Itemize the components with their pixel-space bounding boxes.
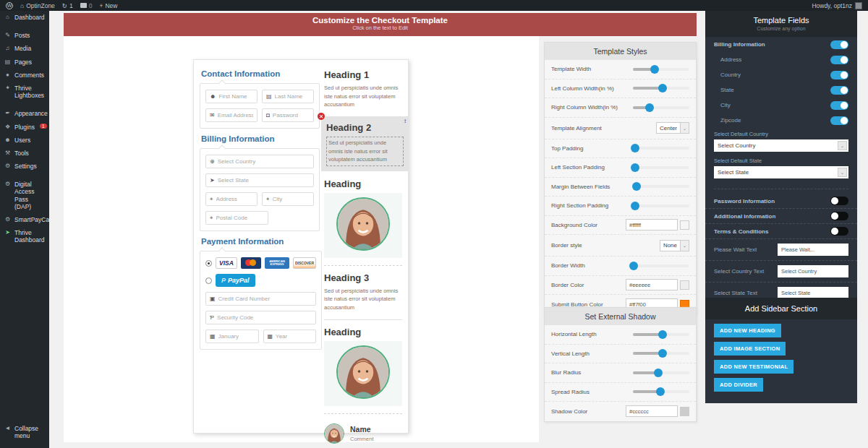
right-column-width-slider[interactable] <box>633 106 689 109</box>
add-new-heading-button[interactable]: ADD NEW HEADING <box>714 324 781 337</box>
sidebar-heading-2-block-selected[interactable]: ✕ ↕ Heading 2 Sed ut perspiciatis unde o… <box>321 116 409 171</box>
testimonial-comment[interactable]: Comment <box>350 436 374 442</box>
background-color-swatch[interactable] <box>680 220 689 230</box>
comments-menu[interactable]: 0 <box>80 2 93 9</box>
shadow-color-input[interactable] <box>626 405 678 417</box>
sidebar-image-block-1[interactable]: Heading <box>324 178 402 258</box>
email-field[interactable]: ✉ <box>205 108 258 122</box>
postal-code-input[interactable] <box>216 215 264 221</box>
image-heading-1[interactable]: Heading <box>324 178 402 189</box>
vertical-length-slider[interactable] <box>633 352 689 355</box>
spread-radius-slider[interactable] <box>633 390 689 393</box>
payment-information-heading[interactable]: Payment Information <box>201 237 320 246</box>
sidebar-item-plugins[interactable]: ❖Plugins1 <box>0 121 49 134</box>
heading-3-text[interactable]: Sed ut perspiciatis unde omnis iste natu… <box>324 287 402 312</box>
address-field[interactable]: ⌖ <box>205 192 258 206</box>
left-section-padding-slider[interactable] <box>633 166 689 169</box>
credit-card-number-field[interactable]: ▣ <box>205 292 316 306</box>
select-country-field[interactable]: ⊕ <box>205 155 314 168</box>
sidebar-item-tools[interactable]: ⚒Tools <box>0 147 49 160</box>
margin-between-fields-slider[interactable] <box>633 185 689 188</box>
expiry-year-input[interactable] <box>276 333 312 340</box>
please-wait-text-input[interactable] <box>778 244 848 256</box>
updates-menu[interactable]: ↻1 <box>62 2 73 9</box>
sidebar-item-settings[interactable]: ⚙Settings <box>0 160 49 173</box>
sidebar-item-posts[interactable]: ✎Posts <box>0 29 49 42</box>
drag-handle-icon[interactable]: ↕ <box>404 118 407 124</box>
expiry-month-field[interactable]: ▦ <box>205 329 259 343</box>
default-state-select[interactable]: Select State⌄ <box>714 166 848 178</box>
left-column-width-slider[interactable] <box>633 87 689 90</box>
page-title-banner[interactable]: Customize the Checkout Template Click on… <box>64 13 697 36</box>
password-input[interactable] <box>273 112 310 119</box>
country-toggle[interactable] <box>830 71 848 79</box>
horizontal-length-slider[interactable] <box>633 333 689 336</box>
blur-radius-slider[interactable] <box>633 371 689 374</box>
image-heading-2[interactable]: Heading <box>324 327 402 337</box>
template-alignment-select[interactable]: Center⌄ <box>656 122 689 134</box>
expiry-year-field[interactable]: ▦ <box>263 329 317 343</box>
user-avatar[interactable] <box>855 2 862 9</box>
sidebar-heading-1-block[interactable]: Heading 1 Sed ut perspiciatis unde omnis… <box>324 69 402 109</box>
background-color-input[interactable] <box>626 219 678 231</box>
heading-1[interactable]: Heading 1 <box>324 69 402 80</box>
password-field[interactable]: ◘ <box>262 108 314 122</box>
sidebar-item-appearance[interactable]: ✒Appearance <box>0 107 49 120</box>
first-name-field[interactable]: ☻ <box>205 90 258 103</box>
sidebar-item-users[interactable]: ☻Users <box>0 134 49 147</box>
credit-card-radio[interactable] <box>205 260 212 267</box>
sidebar-item-dashboard[interactable]: ⌂Dashboard <box>0 11 49 24</box>
border-style-select[interactable]: None⌄ <box>660 240 689 251</box>
terms-conditions-toggle[interactable] <box>830 227 848 236</box>
sidebar-item-dap[interactable]: ⚙Digital Access Pass (DAP) <box>0 178 49 213</box>
sidebar-item-media[interactable]: ♫Media <box>0 42 49 55</box>
credit-card-option[interactable]: VISA AMERICAN EXPRESS DISCOVER <box>205 257 316 269</box>
email-input[interactable] <box>218 112 253 119</box>
sidebar-item-smartpaycart[interactable]: ⚙SmartPayCart <box>0 213 49 226</box>
add-divider-button[interactable]: ADD DIVIDER <box>714 378 763 392</box>
top-padding-slider[interactable] <box>633 147 689 150</box>
image-section-1[interactable] <box>324 193 402 258</box>
add-new-testimonial-button[interactable]: ADD NEW TESTIMONIAL <box>714 360 793 374</box>
contact-information-heading[interactable]: Contact Information <box>201 69 320 78</box>
right-section-padding-slider[interactable] <box>633 204 689 207</box>
billing-information-heading[interactable]: Billing Information <box>201 134 320 143</box>
postal-code-field[interactable]: ⌖ <box>205 211 268 225</box>
password-information-toggle[interactable] <box>830 197 848 205</box>
credit-card-number-input[interactable] <box>218 296 312 302</box>
state-toggle[interactable] <box>830 86 848 95</box>
add-image-section-button[interactable]: ADD IMAGE SECTION <box>714 342 786 356</box>
border-color-input[interactable] <box>626 279 678 290</box>
sidebar-item-pages[interactable]: ▤Pages <box>0 56 49 69</box>
delete-section-icon[interactable]: ✕ <box>317 112 326 121</box>
testimonial-block[interactable]: Name Comment <box>324 421 402 447</box>
city-field[interactable]: ⌖ <box>262 192 314 206</box>
wordpress-logo-icon[interactable]: W <box>6 2 13 9</box>
first-name-input[interactable] <box>218 93 253 100</box>
image-section-2[interactable] <box>324 341 402 406</box>
sidebar-heading-3-block[interactable]: Heading 3 Sed ut perspiciatis unde omnis… <box>324 272 402 312</box>
paypal-option[interactable]: PPayPal <box>205 274 316 287</box>
select-state-input[interactable] <box>218 177 310 184</box>
howdy-account-menu[interactable]: Howdy, opt1nz <box>812 2 852 9</box>
security-code-input[interactable] <box>217 314 312 321</box>
testimonial-name[interactable]: Name <box>350 425 374 434</box>
expiry-month-input[interactable] <box>218 333 255 340</box>
collapse-menu-button[interactable]: ◄Collapse menu <box>0 422 49 442</box>
additional-information-toggle[interactable] <box>830 212 848 220</box>
city-input[interactable] <box>273 196 310 202</box>
heading-3[interactable]: Heading 3 <box>324 272 402 283</box>
heading-2-text[interactable]: Sed ut perspiciatis unde omnis iste natu… <box>326 137 404 166</box>
border-width-slider[interactable] <box>633 264 689 267</box>
sidebar-item-thrive-dashboard[interactable]: ➤Thrive Dashboard <box>0 226 49 246</box>
sidebar-image-block-2[interactable]: Heading <box>324 327 402 406</box>
template-width-slider[interactable] <box>633 68 689 71</box>
select-state-field[interactable]: ➤ <box>205 173 314 187</box>
select-country-input[interactable] <box>218 158 310 165</box>
address-toggle[interactable] <box>830 56 848 64</box>
heading-1-text[interactable]: Sed ut perspiciatis unde omnis iste natu… <box>324 84 402 109</box>
zipcode-toggle[interactable] <box>830 116 848 125</box>
city-toggle[interactable] <box>830 101 848 110</box>
last-name-input[interactable] <box>275 93 310 100</box>
address-input[interactable] <box>216 196 253 202</box>
